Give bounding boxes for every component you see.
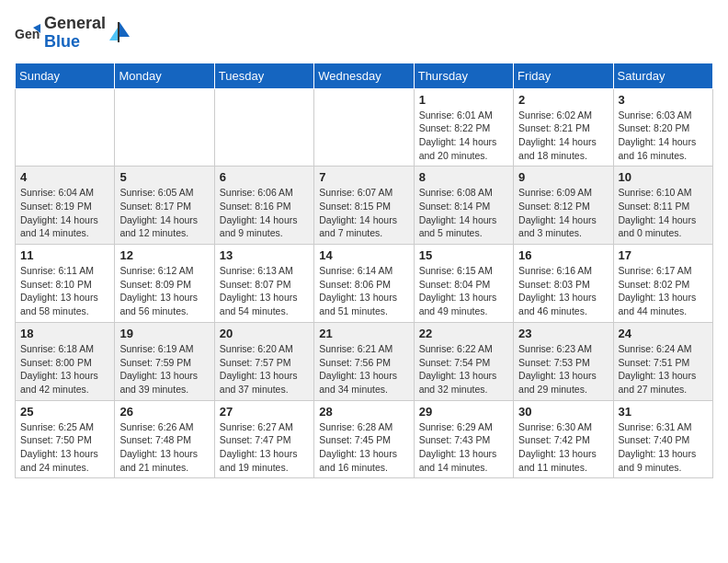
calendar-cell: 15Sunrise: 6:15 AMSunset: 8:04 PMDayligh… xyxy=(414,245,513,323)
day-number: 31 xyxy=(619,405,708,419)
day-number: 30 xyxy=(518,405,608,419)
day-info: Sunrise: 6:17 AMSunset: 8:02 PMDaylight:… xyxy=(619,264,708,318)
calendar-table: SundayMondayTuesdayWednesdayThursdayFrid… xyxy=(15,63,713,479)
day-info: Sunrise: 6:03 AMSunset: 8:20 PMDaylight:… xyxy=(619,109,708,163)
calendar-cell: 10Sunrise: 6:10 AMSunset: 8:11 PMDayligh… xyxy=(613,167,712,245)
calendar-cell xyxy=(214,88,313,167)
calendar-cell: 23Sunrise: 6:23 AMSunset: 7:53 PMDayligh… xyxy=(514,322,613,400)
calendar-cell: 30Sunrise: 6:30 AMSunset: 7:42 PMDayligh… xyxy=(514,400,613,478)
day-number: 1 xyxy=(419,93,508,107)
calendar-cell: 6Sunrise: 6:06 AMSunset: 8:16 PMDaylight… xyxy=(214,167,313,245)
day-info: Sunrise: 6:09 AMSunset: 8:12 PMDaylight:… xyxy=(518,186,608,240)
day-info: Sunrise: 6:25 AMSunset: 7:50 PMDaylight:… xyxy=(20,420,109,475)
day-number: 20 xyxy=(220,327,309,340)
calendar-cell: 27Sunrise: 6:27 AMSunset: 7:47 PMDayligh… xyxy=(214,400,313,478)
logo-general-text: General xyxy=(44,14,106,32)
day-number: 7 xyxy=(319,170,408,184)
day-number: 13 xyxy=(220,248,309,262)
svg-rect-4 xyxy=(118,22,119,42)
day-number: 10 xyxy=(619,170,708,184)
day-info: Sunrise: 6:16 AMSunset: 8:03 PMDaylight:… xyxy=(518,264,608,318)
day-info: Sunrise: 6:30 AMSunset: 7:42 PMDaylight:… xyxy=(518,420,608,475)
calendar-week-row: 25Sunrise: 6:25 AMSunset: 7:50 PMDayligh… xyxy=(16,400,713,478)
calendar-cell: 13Sunrise: 6:13 AMSunset: 8:07 PMDayligh… xyxy=(214,245,313,323)
day-number: 4 xyxy=(20,170,109,184)
day-number: 27 xyxy=(220,405,309,419)
calendar-cell: 31Sunrise: 6:31 AMSunset: 7:40 PMDayligh… xyxy=(613,400,712,478)
calendar-cell: 20Sunrise: 6:20 AMSunset: 7:57 PMDayligh… xyxy=(214,322,313,400)
calendar-week-row: 18Sunrise: 6:18 AMSunset: 8:00 PMDayligh… xyxy=(16,322,713,400)
day-header-sunday: Sunday xyxy=(16,63,115,88)
day-header-saturday: Saturday xyxy=(613,63,712,88)
day-number: 8 xyxy=(419,170,508,184)
day-number: 9 xyxy=(518,170,608,184)
day-header-wednesday: Wednesday xyxy=(314,63,414,88)
calendar-cell: 8Sunrise: 6:08 AMSunset: 8:14 PMDaylight… xyxy=(414,167,513,245)
day-header-tuesday: Tuesday xyxy=(214,63,313,88)
day-info: Sunrise: 6:12 AMSunset: 8:09 PMDaylight:… xyxy=(119,264,209,318)
day-info: Sunrise: 6:11 AMSunset: 8:10 PMDaylight:… xyxy=(20,264,109,318)
day-info: Sunrise: 6:29 AMSunset: 7:43 PMDaylight:… xyxy=(419,420,508,475)
day-number: 16 xyxy=(518,248,608,262)
calendar-cell: 3Sunrise: 6:03 AMSunset: 8:20 PMDaylight… xyxy=(613,88,712,167)
calendar-week-row: 4Sunrise: 6:04 AMSunset: 8:19 PMDaylight… xyxy=(16,167,713,245)
day-header-thursday: Thursday xyxy=(414,63,513,88)
day-number: 23 xyxy=(518,327,608,340)
calendar-week-row: 1Sunrise: 6:01 AMSunset: 8:22 PMDaylight… xyxy=(16,88,713,167)
calendar-cell: 29Sunrise: 6:29 AMSunset: 7:43 PMDayligh… xyxy=(414,400,513,478)
calendar-cell: 16Sunrise: 6:16 AMSunset: 8:03 PMDayligh… xyxy=(514,245,613,323)
day-number: 19 xyxy=(119,327,209,340)
calendar-cell: 4Sunrise: 6:04 AMSunset: 8:19 PMDaylight… xyxy=(16,167,115,245)
day-info: Sunrise: 6:13 AMSunset: 8:07 PMDaylight:… xyxy=(220,264,309,318)
day-info: Sunrise: 6:31 AMSunset: 7:40 PMDaylight:… xyxy=(619,420,708,475)
day-number: 18 xyxy=(20,327,109,340)
calendar-cell: 25Sunrise: 6:25 AMSunset: 7:50 PMDayligh… xyxy=(16,400,115,478)
day-info: Sunrise: 6:01 AMSunset: 8:22 PMDaylight:… xyxy=(419,109,508,163)
day-info: Sunrise: 6:21 AMSunset: 7:56 PMDaylight:… xyxy=(319,342,408,396)
calendar-week-row: 11Sunrise: 6:11 AMSunset: 8:10 PMDayligh… xyxy=(16,245,713,323)
day-number: 22 xyxy=(419,327,508,340)
day-number: 14 xyxy=(319,248,408,262)
day-number: 6 xyxy=(220,170,309,184)
calendar-cell: 9Sunrise: 6:09 AMSunset: 8:12 PMDaylight… xyxy=(514,167,613,245)
day-number: 17 xyxy=(619,248,708,262)
day-number: 2 xyxy=(518,93,608,107)
calendar-cell xyxy=(115,88,214,167)
calendar-cell: 26Sunrise: 6:26 AMSunset: 7:48 PMDayligh… xyxy=(115,400,214,478)
day-info: Sunrise: 6:08 AMSunset: 8:14 PMDaylight:… xyxy=(419,186,508,240)
day-number: 26 xyxy=(119,405,209,419)
day-info: Sunrise: 6:06 AMSunset: 8:16 PMDaylight:… xyxy=(220,186,309,240)
day-info: Sunrise: 6:15 AMSunset: 8:04 PMDaylight:… xyxy=(419,264,508,318)
calendar-cell: 11Sunrise: 6:11 AMSunset: 8:10 PMDayligh… xyxy=(16,245,115,323)
day-info: Sunrise: 6:18 AMSunset: 8:00 PMDaylight:… xyxy=(20,342,109,396)
logo-icon: General xyxy=(15,20,40,46)
day-number: 29 xyxy=(419,405,508,419)
day-number: 15 xyxy=(419,248,508,262)
day-info: Sunrise: 6:26 AMSunset: 7:48 PMDaylight:… xyxy=(119,420,209,475)
day-info: Sunrise: 6:27 AMSunset: 7:47 PMDaylight:… xyxy=(220,420,309,475)
day-info: Sunrise: 6:05 AMSunset: 8:17 PMDaylight:… xyxy=(119,186,209,240)
logo-blue-text: Blue xyxy=(44,32,80,51)
logo-boat-icon xyxy=(109,20,130,46)
svg-marker-3 xyxy=(109,28,118,40)
day-info: Sunrise: 6:07 AMSunset: 8:15 PMDaylight:… xyxy=(319,186,408,240)
calendar-cell: 19Sunrise: 6:19 AMSunset: 7:59 PMDayligh… xyxy=(115,322,214,400)
day-number: 28 xyxy=(319,405,408,419)
svg-marker-2 xyxy=(119,22,130,37)
day-number: 12 xyxy=(119,248,209,262)
day-header-friday: Friday xyxy=(514,63,613,88)
day-info: Sunrise: 6:23 AMSunset: 7:53 PMDaylight:… xyxy=(518,342,608,396)
calendar-cell xyxy=(16,88,115,167)
calendar-cell: 28Sunrise: 6:28 AMSunset: 7:45 PMDayligh… xyxy=(314,400,414,478)
calendar-cell: 17Sunrise: 6:17 AMSunset: 8:02 PMDayligh… xyxy=(613,245,712,323)
calendar-cell: 21Sunrise: 6:21 AMSunset: 7:56 PMDayligh… xyxy=(314,322,414,400)
calendar-cell: 1Sunrise: 6:01 AMSunset: 8:22 PMDaylight… xyxy=(414,88,513,167)
day-number: 3 xyxy=(619,93,708,107)
day-info: Sunrise: 6:04 AMSunset: 8:19 PMDaylight:… xyxy=(20,186,109,240)
day-number: 25 xyxy=(20,405,109,419)
day-info: Sunrise: 6:22 AMSunset: 7:54 PMDaylight:… xyxy=(419,342,508,396)
day-number: 24 xyxy=(619,327,708,340)
day-info: Sunrise: 6:28 AMSunset: 7:45 PMDaylight:… xyxy=(319,420,408,475)
day-number: 21 xyxy=(319,327,408,340)
calendar-cell: 14Sunrise: 6:14 AMSunset: 8:06 PMDayligh… xyxy=(314,245,414,323)
